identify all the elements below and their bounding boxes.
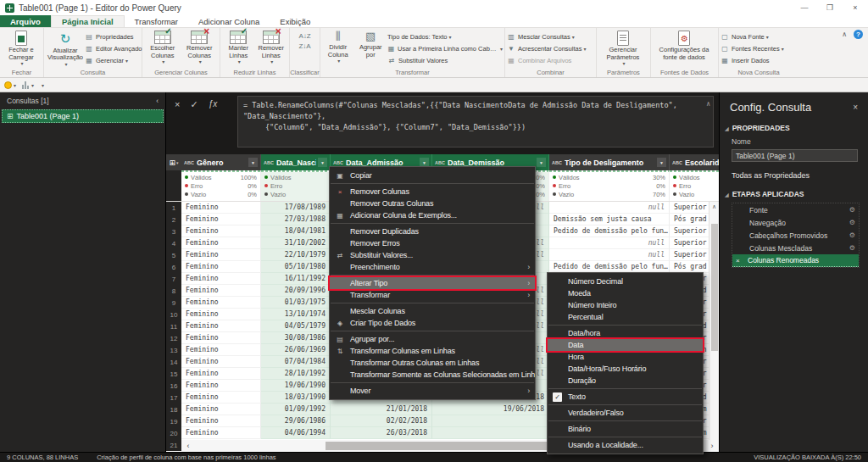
menu-item-remover-erros[interactable]: Remover Erros: [330, 237, 535, 249]
menu-item-data[interactable]: Data: [548, 339, 703, 351]
row-number[interactable]: 18: [166, 404, 181, 415]
cell-genero[interactable]: Feminino: [181, 297, 261, 309]
manter-linhas-button[interactable]: Manter Linhas ▾: [222, 30, 255, 69]
menu-item-binario[interactable]: Binário: [548, 423, 703, 435]
row-number[interactable]: 17: [166, 392, 181, 404]
remover-colunas-button[interactable]: Remover Colunas ▾: [181, 30, 219, 69]
collapse-queries-panel-button[interactable]: ‹: [156, 97, 159, 105]
row-number[interactable]: 12: [166, 332, 181, 344]
filter-dropdown-icon[interactable]: ▼: [318, 158, 327, 167]
row-number[interactable]: 19: [166, 415, 181, 427]
cell-nasc[interactable]: 05/10/1980: [261, 261, 331, 273]
applied-steps-section-header[interactable]: ◢ ETAPAS APLICADAS: [720, 186, 868, 200]
applied-step-colunas-mescladas[interactable]: Colunas Mescladas⚙: [732, 242, 859, 254]
menu-item-numero-inteiro[interactable]: Número Inteiro: [548, 299, 703, 311]
cell-nasc[interactable]: 13/10/1974: [261, 309, 331, 320]
row-number[interactable]: 7: [166, 273, 181, 285]
menu-item-data-hora[interactable]: Data/hora: [548, 327, 703, 339]
row-number[interactable]: 14: [166, 356, 181, 368]
tab-pagina-inicial[interactable]: Página Inicial: [51, 15, 125, 27]
column-header-escolaridade[interactable]: ABCEscolaridade▼: [670, 154, 719, 170]
scroll-up-icon[interactable]: ∧: [712, 202, 716, 212]
row-number[interactable]: 2: [166, 214, 181, 225]
feedback-smiley-button[interactable]: ▾: [4, 81, 16, 89]
cell-genero[interactable]: Feminino: [181, 368, 261, 380]
usar-primeira-linha-button[interactable]: ▦ Usar a Primeira Linha como Cabeçalho ▾: [387, 43, 503, 54]
cell-genero[interactable]: Feminino: [181, 392, 261, 404]
row-number[interactable]: 6: [166, 261, 181, 273]
acrescentar-consultas-button[interactable]: ▼ Acrescentar Consultas ▾: [507, 43, 586, 54]
menu-item-remover-outras-colunas[interactable]: Remover Outras Colunas: [330, 198, 535, 209]
menu-item-transformar-outras-colunas-em-linhas[interactable]: Transformar Outras Colunas em Linhas: [330, 357, 535, 369]
menu-item-transformar[interactable]: Transformar›: [330, 289, 535, 301]
cell-genero[interactable]: Feminino: [181, 344, 261, 356]
menu-item-mover[interactable]: Mover›: [330, 385, 535, 397]
cell-nasc[interactable]: 04/05/1979: [261, 320, 331, 332]
cell-genero[interactable]: Feminino: [181, 309, 261, 320]
cell-genero[interactable]: Feminino: [181, 332, 261, 344]
remover-linhas-button[interactable]: Remover Linhas ▾: [255, 30, 288, 69]
cell-genero[interactable]: Feminino: [181, 249, 261, 261]
inserir-dados-button[interactable]: ▦ Inserir Dados: [721, 55, 784, 66]
cell-genero[interactable]: Feminino: [181, 415, 261, 427]
cell-nasc[interactable]: 18/03/1990: [261, 392, 331, 404]
step-settings-gear-icon[interactable]: ⚙: [849, 244, 855, 252]
atualizar-visualizacao-button[interactable]: ↻ Atualizar Visualização ▾: [46, 30, 85, 69]
menu-item-transformar-colunas-em-linhas[interactable]: ⇅Transformar Colunas em Linhas: [330, 345, 535, 357]
row-number[interactable]: 16: [166, 380, 181, 392]
cell-tipo[interactable]: Pedido de demissão pelo fun…: [549, 225, 670, 237]
mesclar-consultas-button[interactable]: ▥ Mesclar Consultas ▾: [507, 31, 586, 42]
cell-dem[interactable]: [432, 427, 549, 439]
cell-genero[interactable]: Feminino: [181, 273, 261, 285]
cell-nasc[interactable]: 07/04/1984: [261, 356, 331, 368]
substituir-valores-button[interactable]: ⇄ Substituir Valores: [387, 55, 503, 66]
cell-genero[interactable]: Feminino: [181, 427, 261, 439]
row-number[interactable]: 4: [166, 237, 181, 249]
commit-formula-button[interactable]: ✓: [190, 99, 198, 110]
cell-nasc[interactable]: 16/11/1992: [261, 273, 331, 285]
menu-item-adicionar-coluna-de-exemplos[interactable]: ▦Adicionar Coluna de Exemplos...: [330, 209, 535, 221]
menu-item-data-hora-fuso-horario[interactable]: Data/Hora/Fuso Horário: [548, 363, 703, 375]
cell-genero[interactable]: Feminino: [181, 285, 261, 297]
close-settings-icon[interactable]: ×: [853, 103, 858, 112]
menu-item-numero-decimal[interactable]: Número Decimal: [548, 276, 703, 287]
applied-step-navegacao[interactable]: Navegação⚙: [732, 216, 859, 229]
fechar-e-carregar-button[interactable]: Fechar e Carregar ▾: [2, 30, 41, 69]
tab-transformar[interactable]: Transformar: [125, 15, 188, 27]
query-name-input[interactable]: Table001 (Page 1): [732, 149, 858, 162]
cell-tipo[interactable]: Pedido de demissão pelo fun…: [549, 261, 670, 273]
escolher-colunas-button[interactable]: Escolher Colunas ▾: [144, 30, 181, 69]
row-number[interactable]: 20: [166, 427, 181, 439]
fontes-recentes-button[interactable]: ▢ Fontes Recentes ▾: [721, 43, 784, 54]
nova-fonte-button[interactable]: ▢ Nova Fonte ▾: [721, 31, 784, 42]
cell-nasc[interactable]: 18/04/1981: [261, 225, 331, 237]
menu-item-mesclar-colunas[interactable]: Mesclar Colunas: [330, 305, 535, 317]
vertical-scrollbar[interactable]: ∧: [709, 202, 719, 440]
step-settings-gear-icon[interactable]: ⚙: [849, 206, 855, 214]
column-profile-button[interactable]: ▾: [22, 81, 34, 89]
menu-item-preenchimento[interactable]: Preenchimento›: [330, 261, 535, 273]
row-number[interactable]: 5: [166, 249, 181, 261]
customize-toolbar-button[interactable]: ▾: [42, 82, 44, 88]
vertical-scroll-thumb[interactable]: [711, 224, 718, 351]
menu-item-substituir-valores[interactable]: ⇄Substituir Valores...: [330, 249, 535, 261]
cell-dem[interactable]: 19/06/2018: [432, 404, 549, 415]
applied-step-fonte[interactable]: Fonte⚙: [732, 203, 859, 216]
menu-item-moeda[interactable]: Moeda: [548, 287, 703, 299]
cell-nasc[interactable]: 26/06/1969: [261, 344, 331, 356]
filter-dropdown-icon[interactable]: ▼: [248, 158, 258, 167]
cell-tipo[interactable]: null: [549, 202, 670, 214]
scroll-right-icon[interactable]: ›: [705, 442, 719, 450]
all-properties-link[interactable]: Todas as Propriedades: [720, 167, 868, 186]
row-number[interactable]: 9: [166, 297, 181, 309]
cell-genero[interactable]: Feminino: [181, 261, 261, 273]
row-number[interactable]: 11: [166, 320, 181, 332]
row-number[interactable]: 1: [166, 202, 181, 214]
row-number[interactable]: 15: [166, 368, 181, 380]
minimize-button[interactable]: —: [792, 0, 817, 15]
filter-dropdown-icon[interactable]: ▼: [537, 158, 546, 167]
step-settings-gear-icon[interactable]: ⚙: [849, 231, 855, 239]
row-number[interactable]: 10: [166, 309, 181, 320]
cell-genero[interactable]: Feminino: [181, 225, 261, 237]
cell-nasc[interactable]: 27/03/1988: [261, 214, 331, 225]
